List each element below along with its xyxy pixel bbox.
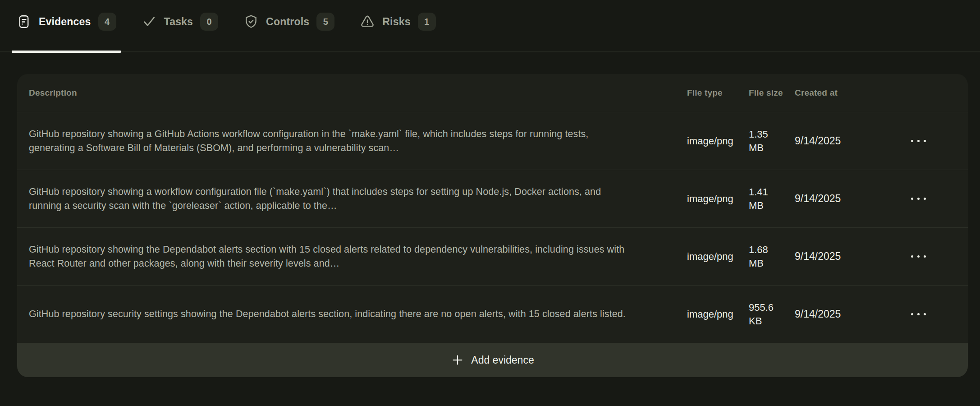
- evidences-page: Evidences 4 Tasks 0 Controls 5: [0, 0, 980, 406]
- tab-evidences-count-badge: 4: [98, 13, 116, 31]
- tab-risks[interactable]: Risks 1: [360, 13, 435, 51]
- tab-tasks-label: Tasks: [164, 16, 193, 28]
- notepad-icon: [16, 14, 32, 29]
- check-icon: [142, 14, 157, 29]
- table-row[interactable]: GitHub repository showing a GitHub Actio…: [17, 112, 968, 170]
- tab-bar: Evidences 4 Tasks 0 Controls 5: [0, 0, 980, 52]
- evidence-description: GitHub repository showing a workflow con…: [29, 185, 660, 213]
- evidence-file-type: image/png: [687, 250, 749, 263]
- evidence-description: GitHub repository showing a GitHub Actio…: [29, 127, 660, 155]
- row-menu-button[interactable]: [907, 309, 930, 320]
- evidence-description: GitHub repository security settings show…: [29, 307, 660, 321]
- table-row[interactable]: GitHub repository showing a workflow con…: [17, 170, 968, 227]
- ellipsis-icon: [911, 255, 913, 258]
- evidence-file-size: 955.6 KB: [749, 301, 788, 328]
- column-header-file-size: File size: [749, 88, 795, 98]
- add-evidence-label: Add evidence: [471, 354, 534, 366]
- tab-tasks[interactable]: Tasks 0: [142, 13, 219, 51]
- tab-tasks-count-badge: 0: [200, 13, 218, 31]
- tab-evidences-label: Evidences: [39, 16, 91, 28]
- evidence-file-size: 1.41 MB: [749, 185, 788, 212]
- evidence-description: GitHub repository showing the Dependabot…: [29, 243, 660, 271]
- table-row[interactable]: GitHub repository showing the Dependabot…: [17, 227, 968, 285]
- tab-evidences[interactable]: Evidences 4: [16, 13, 116, 51]
- row-menu-button[interactable]: [907, 135, 930, 147]
- tab-controls-count-badge: 5: [316, 13, 334, 31]
- plus-icon: [451, 353, 464, 367]
- tab-controls-label: Controls: [266, 16, 309, 28]
- evidence-file-type: image/png: [687, 308, 749, 321]
- tab-risks-label: Risks: [382, 16, 410, 28]
- evidence-created-at: 9/14/2025: [795, 250, 899, 263]
- tab-controls[interactable]: Controls 5: [243, 13, 334, 51]
- evidence-file-size: 1.35 MB: [749, 128, 788, 155]
- shield-check-icon: [243, 14, 259, 29]
- evidence-file-type: image/png: [687, 134, 749, 148]
- row-menu-button[interactable]: [907, 251, 930, 262]
- evidence-file-size: 1.68 MB: [749, 243, 788, 270]
- ellipsis-icon: [911, 313, 913, 315]
- column-header-description: Description: [29, 88, 687, 98]
- add-evidence-button[interactable]: Add evidence: [17, 343, 968, 377]
- evidence-table-card: Description File type File size Created …: [17, 74, 968, 377]
- row-menu-button[interactable]: [907, 193, 930, 204]
- column-header-created-at: Created at: [795, 88, 899, 98]
- evidence-file-type: image/png: [687, 192, 749, 206]
- evidence-created-at: 9/14/2025: [795, 308, 899, 320]
- ellipsis-icon: [911, 140, 913, 142]
- table-row[interactable]: GitHub repository security settings show…: [17, 285, 968, 343]
- ellipsis-icon: [911, 198, 913, 200]
- column-header-file-type: File type: [687, 88, 749, 98]
- table-header-row: Description File type File size Created …: [17, 74, 968, 112]
- tab-risks-count-badge: 1: [418, 13, 436, 31]
- evidence-created-at: 9/14/2025: [795, 193, 899, 205]
- warning-triangle-icon: [360, 14, 375, 29]
- evidence-created-at: 9/14/2025: [795, 135, 899, 147]
